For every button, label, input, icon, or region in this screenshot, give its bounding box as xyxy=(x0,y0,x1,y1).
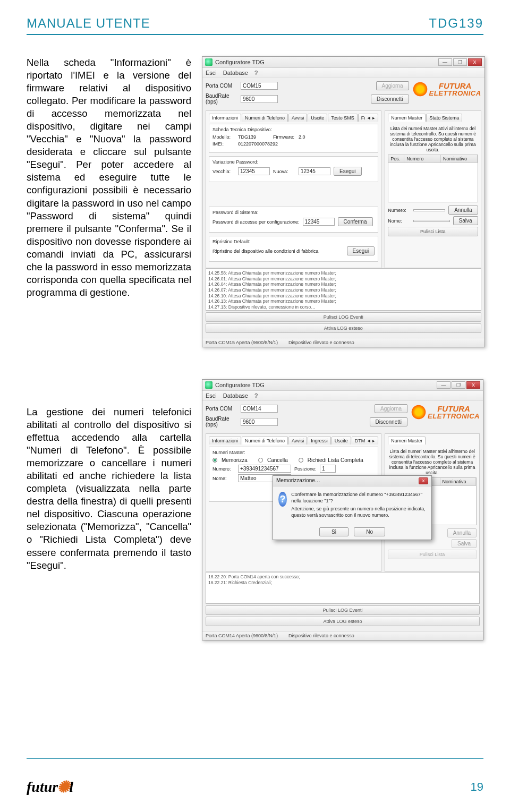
menu-help[interactable]: ? xyxy=(254,392,258,399)
firmware-value: 2.0 xyxy=(299,134,305,140)
brand-line2: ELETTRONICA xyxy=(429,90,481,97)
aggiorna-button[interactable]: Aggiorna xyxy=(376,81,409,90)
disconnetti-button[interactable]: Disconnetti xyxy=(371,95,409,104)
th-nominativo: Nominativo xyxy=(440,478,476,485)
tab-more[interactable]: Fi ◄ ▸ xyxy=(358,114,378,122)
log-area: 14.25.58: Attesa Chiamata per memorizzaz… xyxy=(206,268,481,311)
porta-label: Porta COM xyxy=(206,406,239,412)
nuova-input[interactable]: 12345 xyxy=(299,167,330,175)
porta-label: Porta COM xyxy=(206,83,239,89)
pulisci-lista-button[interactable]: Pulisci Lista xyxy=(388,550,477,559)
porta-select[interactable]: COM15 xyxy=(241,82,278,90)
tab-master[interactable]: Numeri Master xyxy=(388,114,426,122)
minimize-button[interactable]: — xyxy=(438,58,452,66)
salva-button[interactable]: Salva xyxy=(453,216,478,225)
tab-testosms[interactable]: Testo SMS xyxy=(328,114,358,122)
tab-master[interactable]: Numeri Master xyxy=(388,437,426,445)
porta-select[interactable]: COM14 xyxy=(241,405,278,413)
annulla-button[interactable]: Annulla xyxy=(448,206,478,215)
tab-stato[interactable]: Stato Sistema xyxy=(426,114,462,122)
menu-esci[interactable]: Esci xyxy=(206,392,217,399)
dialog-title: Memorizzazione… xyxy=(276,477,320,484)
baud-select[interactable]: 9600 xyxy=(241,418,278,426)
tab-numeri[interactable]: Numeri di Telefono xyxy=(242,437,288,445)
esegui-pwd-button[interactable]: Esegui xyxy=(334,167,362,176)
tab-uscite[interactable]: Uscite xyxy=(332,437,351,445)
question-icon: ? xyxy=(278,492,287,507)
log-line: 14.26.01: Attesa Chiamata per memorizzaz… xyxy=(208,276,479,282)
radio-lista[interactable] xyxy=(299,458,303,463)
th-pos: Pos. xyxy=(388,155,404,163)
window-buttons: — ❐ X xyxy=(438,58,482,66)
attiva-log-button[interactable]: Attiva LOG esteso xyxy=(206,617,480,626)
opt-cancella: Cancella xyxy=(267,457,288,463)
tab-informazioni[interactable]: Informazioni xyxy=(209,437,241,445)
pulisci-log-button[interactable]: Pulisci LOG Eventi xyxy=(206,605,480,615)
status-left: Porta COM15 Aperta (9600/8/N/1) xyxy=(206,340,278,345)
th-numero: Numero xyxy=(404,155,441,163)
nome-input[interactable] xyxy=(413,220,449,222)
salva-button[interactable]: Salva xyxy=(452,539,477,548)
ripr-text: Ripristino del dispositivo alle condizio… xyxy=(212,249,344,254)
close-button[interactable]: X xyxy=(468,58,482,66)
screenshot-1: Configuratore TDG — ❐ X Esci Database ? … xyxy=(202,56,485,347)
baud-select[interactable]: 9600 xyxy=(241,95,278,103)
brand-line1: FUTURA xyxy=(429,82,481,90)
master-table[interactable]: Pos. Numero Nominativo xyxy=(388,155,478,202)
minimize-button[interactable]: — xyxy=(437,381,450,389)
section-1-desc: Nella scheda "Informazioni" è riportato … xyxy=(27,56,191,299)
syspwd-label: Password di accesso per configurazione: xyxy=(212,219,300,225)
statusbar: Porta COM15 Aperta (9600/8/N/1) Disposit… xyxy=(202,338,484,347)
disconnetti-button[interactable]: Disconnetti xyxy=(370,417,407,426)
tab-informazioni[interactable]: Informazioni xyxy=(209,114,241,122)
menu-esci[interactable]: Esci xyxy=(206,70,217,76)
tab-ingressi[interactable]: Ingressi xyxy=(308,437,331,445)
dialog-close-icon[interactable]: X xyxy=(419,477,428,484)
log-line: 14.26.07: Attesa Chiamata per memorizzaz… xyxy=(208,287,479,293)
esegui-ripr-button[interactable]: Esegui xyxy=(347,246,375,255)
log-area-2: 16.22.20: Porta COM14 aperta con success… xyxy=(206,572,480,604)
numero-input[interactable] xyxy=(413,209,445,211)
syspwd-input[interactable]: 12345 xyxy=(303,218,335,226)
maximize-button[interactable]: ❐ xyxy=(453,58,467,66)
maximize-button[interactable]: ❐ xyxy=(452,381,465,389)
pulisci-lista-button[interactable]: Pulisci Lista xyxy=(388,227,478,236)
radio-cancella[interactable] xyxy=(258,458,263,463)
status-right: Dispositivo rilevato e connesso xyxy=(288,633,354,638)
aggiorna-button[interactable]: Aggiorna xyxy=(375,404,407,413)
spark-icon: ✺ xyxy=(57,777,70,796)
menu-database[interactable]: Database xyxy=(223,70,248,76)
dialog-si-button[interactable]: Sì xyxy=(319,527,348,536)
brand-logo: FUTURA ELETTRONICA xyxy=(411,404,480,420)
vecchia-input[interactable]: 12345 xyxy=(238,167,270,175)
menu-database[interactable]: Database xyxy=(223,392,248,399)
conferma-button[interactable]: Conferma xyxy=(338,217,373,226)
screenshot-2: Configuratore TDG — ❐ X Esci Database ? … xyxy=(202,379,483,640)
tab-avvisi[interactable]: Avvisi xyxy=(288,437,307,445)
dialog-message-2: Attenzione, se già presente un numero ne… xyxy=(291,506,426,518)
posizione-select[interactable]: 1 xyxy=(320,465,336,473)
ripr-legend: Ripristino Default: xyxy=(212,239,375,244)
imei-value: 012207000078292 xyxy=(238,141,278,147)
info-group: Scheda Tecnica Dispositivo: Modello: TDG… xyxy=(209,124,378,153)
dialog-message-1: Confermare la memorizzazione del numero … xyxy=(291,492,426,504)
attiva-log-button[interactable]: Attiva LOG esteso xyxy=(206,323,481,333)
tab-avvisi[interactable]: Avvisi xyxy=(288,114,307,122)
tab-numeri[interactable]: Numeri di Telefono xyxy=(242,114,288,122)
ripristino-group: Ripristino Default: Ripristino del dispo… xyxy=(209,236,378,262)
radio-memorizza[interactable] xyxy=(212,458,217,463)
pulisci-log-button[interactable]: Pulisci LOG Eventi xyxy=(206,312,481,322)
numero-input[interactable]: +393491234567 xyxy=(238,465,291,473)
annulla-button[interactable]: Annulla xyxy=(447,528,477,537)
log-line: 16.22.21: Richiesta Credenziali; xyxy=(208,580,477,586)
th-nominativo: Nominativo xyxy=(441,155,478,163)
sun-icon xyxy=(411,404,427,420)
tab-more[interactable]: DTM ◄ ▸ xyxy=(352,437,378,445)
status-left: Porta COM14 Aperta (9600/8/N/1) xyxy=(206,633,278,638)
page-footer: futur✺l 19 xyxy=(27,777,483,796)
dialog-no-button[interactable]: No xyxy=(354,527,385,536)
tab-uscite[interactable]: Uscite xyxy=(308,114,327,122)
menu-help[interactable]: ? xyxy=(254,70,258,76)
close-button[interactable]: X xyxy=(466,381,480,389)
info-legend: Scheda Tecnica Dispositivo: xyxy=(212,127,375,132)
